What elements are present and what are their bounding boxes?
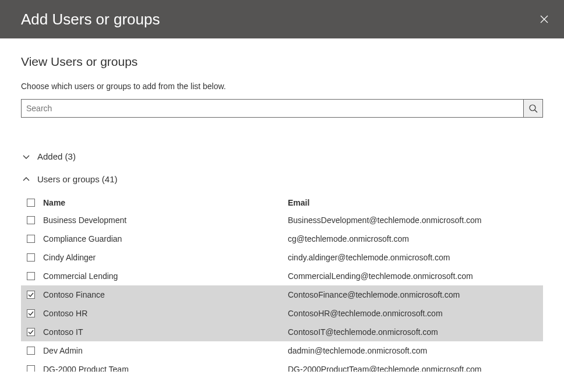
select-all-checkbox[interactable] xyxy=(27,199,35,207)
table-row[interactable]: DG-2000 Product TeamDG-2000ProductTeam@t… xyxy=(21,360,543,372)
row-checkbox[interactable] xyxy=(27,328,35,336)
table-body[interactable]: Business DevelopmentBusinessDevelopment@… xyxy=(21,211,543,372)
search-input[interactable] xyxy=(21,99,523,118)
row-checkbox[interactable] xyxy=(27,365,35,372)
row-checkbox[interactable] xyxy=(27,235,35,243)
row-email: cg@techlemode.onmicrosoft.com xyxy=(288,234,543,243)
dialog-title: Add Users or groups xyxy=(21,10,160,29)
row-checkbox[interactable] xyxy=(27,347,35,355)
row-name: Business Development xyxy=(43,216,288,225)
table-row[interactable]: Business DevelopmentBusinessDevelopment@… xyxy=(21,211,543,229)
row-name: Commercial Lending xyxy=(43,271,288,281)
page-description: Choose which users or groups to add from… xyxy=(21,82,543,91)
row-email: ContosoFinance@techlemode.onmicrosoft.co… xyxy=(288,290,543,299)
added-section-toggle[interactable]: Added (3) xyxy=(21,151,543,161)
row-name: Contoso HR xyxy=(43,309,288,318)
added-section-label: Added (3) xyxy=(37,151,76,161)
table-row[interactable]: Contoso ITContosoIT@techlemode.onmicroso… xyxy=(21,323,543,341)
row-name: Contoso IT xyxy=(43,327,288,337)
table-row[interactable]: Contoso FinanceContosoFinance@techlemode… xyxy=(21,285,543,304)
search-icon xyxy=(528,104,538,113)
list-section-toggle[interactable]: Users or groups (41) xyxy=(21,174,543,184)
row-email: ContosoIT@techlemode.onmicrosoft.com xyxy=(288,327,543,337)
column-header-name: Name xyxy=(43,198,288,207)
search-button[interactable] xyxy=(523,99,543,118)
table-row[interactable]: Compliance Guardiancg@techlemode.onmicro… xyxy=(21,229,543,248)
table-row[interactable]: Cindy Aldingercindy.aldinger@techlemode.… xyxy=(21,248,543,267)
row-checkbox[interactable] xyxy=(27,253,35,262)
row-name: DG-2000 Product Team xyxy=(43,365,288,372)
column-header-email: Email xyxy=(288,198,543,207)
row-checkbox[interactable] xyxy=(27,272,35,280)
page-subheading: View Users or groups xyxy=(21,55,543,69)
row-name: Cindy Aldinger xyxy=(43,253,288,262)
close-button[interactable] xyxy=(535,10,554,29)
table-header: Name Email xyxy=(21,195,543,211)
row-checkbox[interactable] xyxy=(27,291,35,299)
row-name: Dev Admin xyxy=(43,346,288,355)
table-row[interactable]: Commercial LendingCommercialLending@tech… xyxy=(21,267,543,285)
chevron-up-icon xyxy=(22,175,30,183)
row-email: DG-2000ProductTeam@techlemode.onmicrosof… xyxy=(288,365,543,372)
row-email: CommercialLending@techlemode.onmicrosoft… xyxy=(288,271,543,281)
row-name: Compliance Guardian xyxy=(43,234,288,243)
row-checkbox[interactable] xyxy=(27,309,35,317)
table-row[interactable]: Contoso HRContosoHR@techlemode.onmicroso… xyxy=(21,304,543,323)
table-row[interactable]: Dev Admindadmin@techlemode.onmicrosoft.c… xyxy=(21,341,543,360)
row-email: cindy.aldinger@techlemode.onmicrosoft.co… xyxy=(288,253,543,262)
row-email: ContosoHR@techlemode.onmicrosoft.com xyxy=(288,309,543,318)
row-checkbox[interactable] xyxy=(27,216,35,224)
list-section-label: Users or groups (41) xyxy=(37,174,118,184)
row-email: dadmin@techlemode.onmicrosoft.com xyxy=(288,346,543,355)
row-email: BusinessDevelopment@techlemode.onmicroso… xyxy=(288,216,543,225)
row-name: Contoso Finance xyxy=(43,290,288,299)
svg-point-0 xyxy=(530,105,535,111)
chevron-down-icon xyxy=(22,153,30,161)
close-icon xyxy=(540,15,549,24)
